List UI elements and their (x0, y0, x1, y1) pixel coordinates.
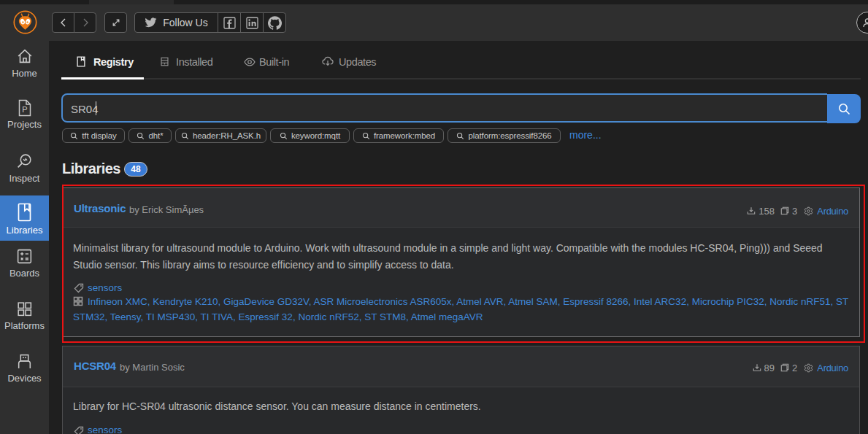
svg-text:P: P (22, 105, 27, 114)
